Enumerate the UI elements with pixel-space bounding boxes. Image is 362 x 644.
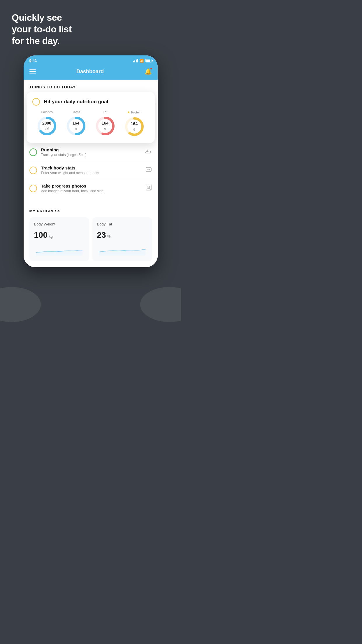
nutrition-calories: Calories 2000 cal xyxy=(36,110,57,136)
hero-text: Quickly see your to-do list for the day. xyxy=(0,0,83,55)
status-bar: 9:41 📶 xyxy=(24,55,158,64)
nutrition-carbs: Carbs 164 g xyxy=(66,110,87,136)
body-fat-value: 23 % xyxy=(97,230,147,240)
nutrition-protein: ★ Protein 164 g xyxy=(124,110,145,137)
my-progress-heading: MY PROGRESS xyxy=(29,209,152,213)
hero-line1: Quickly see xyxy=(12,12,62,23)
body-weight-chart xyxy=(34,244,84,256)
todo-body-stats[interactable]: Track body stats Enter your weight and m… xyxy=(24,161,158,179)
signal-icon xyxy=(133,59,138,62)
shoe-icon xyxy=(145,148,152,156)
notification-dot xyxy=(150,67,152,70)
card-title-row: Hit your daily nutrition goal xyxy=(32,98,149,106)
body-fat-unit: % xyxy=(107,234,111,239)
status-icons: 📶 xyxy=(133,59,152,63)
progress-photos-subtitle: Add images of your front, back, and side xyxy=(41,189,141,193)
my-progress-section: MY PROGRESS Body Weight 100 kg B xyxy=(24,203,158,267)
calories-donut: 2000 cal xyxy=(36,116,57,136)
protein-donut: 164 g xyxy=(124,116,145,137)
things-to-do-heading: THINGS TO DO TODAY xyxy=(24,80,158,92)
svg-point-9 xyxy=(148,169,149,170)
todo-list: Running Track your stats (target: 5km) T… xyxy=(24,143,158,197)
time: 9:41 xyxy=(29,58,37,63)
running-title: Running xyxy=(41,147,141,152)
fat-donut: 164 g xyxy=(95,116,116,136)
scale-icon xyxy=(145,166,152,174)
todo-progress-photos[interactable]: Take progress photos Add images of your … xyxy=(24,179,158,197)
nutrition-radio[interactable] xyxy=(32,98,40,106)
body-weight-card[interactable]: Body Weight 100 kg xyxy=(29,217,89,261)
nutrition-row: Calories 2000 cal Carbs xyxy=(32,110,149,137)
nutrition-title: Hit your daily nutrition goal xyxy=(44,99,108,105)
svg-point-11 xyxy=(148,186,150,188)
body-fat-num: 23 xyxy=(97,230,106,240)
todo-running[interactable]: Running Track your stats (target: 5km) xyxy=(24,143,158,161)
app-header: Dashboard 🔔 xyxy=(24,64,158,80)
hero-line3: for the day. xyxy=(12,36,59,46)
star-icon: ★ xyxy=(127,110,130,114)
progress-photos-radio[interactable] xyxy=(29,185,37,192)
body-stats-radio[interactable] xyxy=(29,167,37,174)
nutrition-card: Hit your daily nutrition goal Calories 2… xyxy=(27,92,155,143)
hero-line2: your to-do list xyxy=(12,24,72,34)
phone-mockup: 9:41 📶 Dashboard 🔔 THINGS TO DO TOD xyxy=(24,55,158,267)
nutrition-fat: Fat 164 g xyxy=(95,110,116,136)
battery-icon xyxy=(145,59,152,62)
menu-button[interactable] xyxy=(29,69,36,74)
body-weight-unit: kg xyxy=(49,234,53,239)
svg-rect-8 xyxy=(146,167,151,172)
body-fat-card[interactable]: Body Fat 23 % xyxy=(92,217,152,261)
running-radio[interactable] xyxy=(29,148,37,156)
body-weight-title: Body Weight xyxy=(34,222,84,226)
body-fat-title: Body Fat xyxy=(97,222,147,226)
body-fat-chart xyxy=(97,244,147,256)
running-subtitle: Track your stats (target: 5km) xyxy=(41,153,141,157)
header-title: Dashboard xyxy=(76,69,104,75)
phone-content: THINGS TO DO TODAY Hit your daily nutrit… xyxy=(24,80,158,267)
body-stats-title: Track body stats xyxy=(41,165,141,170)
body-weight-value: 100 kg xyxy=(34,230,84,240)
progress-photos-title: Take progress photos xyxy=(41,183,141,188)
carbs-donut: 164 g xyxy=(66,116,87,136)
body-stats-subtitle: Enter your weight and measurements xyxy=(41,171,141,175)
notification-bell[interactable]: 🔔 xyxy=(145,68,152,75)
wifi-icon: 📶 xyxy=(140,59,144,63)
progress-cards: Body Weight 100 kg Body Fat 23 % xyxy=(29,217,152,261)
body-weight-num: 100 xyxy=(34,230,48,240)
person-icon xyxy=(145,184,152,192)
